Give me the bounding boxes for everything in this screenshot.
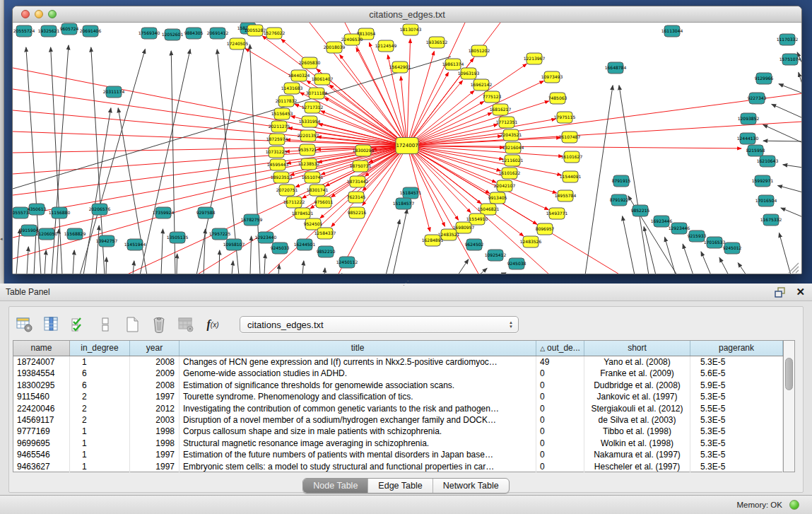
select-all-icon[interactable] xyxy=(69,315,88,334)
black-edge[interactable] xyxy=(133,261,134,274)
network-node[interactable]: 8791915 xyxy=(612,175,631,187)
table-cell[interactable]: Wolkin et al. (1998) xyxy=(584,438,690,449)
network-window-titlebar[interactable]: citations_edges.txt xyxy=(13,6,801,23)
black-edge[interactable] xyxy=(763,124,801,143)
table-cell[interactable]: Embryonic stem cells: a model to study s… xyxy=(180,461,536,472)
network-node[interactable]: 20720751 xyxy=(276,185,298,196)
column-header-name[interactable]: name xyxy=(13,341,70,356)
table-cell[interactable]: 18724007 xyxy=(13,356,70,368)
black-edge[interactable] xyxy=(665,237,676,274)
table-row[interactable]: 1830029562008Estimation of significance … xyxy=(13,380,783,391)
table-cell[interactable]: 2008 xyxy=(130,380,180,391)
black-edge[interactable] xyxy=(83,108,111,274)
network-node[interactable]: 9913405 xyxy=(488,192,507,204)
red-edge[interactable] xyxy=(13,68,407,146)
red-edge[interactable] xyxy=(13,110,407,146)
table-row[interactable]: 1872400712008Changes of HCN gene express… xyxy=(13,356,783,368)
network-node[interactable]: 9297588 xyxy=(196,207,216,218)
table-cell[interactable]: 0 xyxy=(536,426,584,437)
network-node[interactable]: 15751074 xyxy=(779,54,801,65)
network-node[interactable]: 20117832 xyxy=(276,95,298,107)
network-node[interactable]: 18923513 xyxy=(271,172,293,183)
network-node[interactable]: 16244501 xyxy=(294,239,316,250)
network-node[interactable]: 12213967 xyxy=(524,53,546,64)
black-edge[interactable] xyxy=(701,252,711,274)
network-node[interactable]: 18051202 xyxy=(469,45,490,57)
red-edge[interactable] xyxy=(407,146,741,148)
table-cell[interactable]: 2009 xyxy=(130,368,180,379)
table-cell[interactable]: 5.3E-5 xyxy=(690,356,783,368)
black-edge[interactable] xyxy=(500,273,506,274)
table-cell[interactable]: 1 xyxy=(70,438,130,449)
black-edge[interactable] xyxy=(219,250,220,274)
network-node[interactable]: 12116021 xyxy=(502,155,524,166)
black-edge[interactable] xyxy=(623,216,635,274)
black-edge[interactable] xyxy=(232,261,233,274)
table-cell[interactable]: Franke et al. (2009) xyxy=(584,368,690,379)
network-node[interactable]: 10731225 xyxy=(266,146,288,158)
network-node[interactable]: 17712351 xyxy=(496,117,518,128)
table-row[interactable]: 2242004622012Investigating the contribut… xyxy=(13,403,783,414)
network-node[interactable]: 19336512 xyxy=(426,37,448,48)
black-edge[interactable] xyxy=(386,220,400,274)
table-cell[interactable]: 0 xyxy=(536,380,584,391)
network-node[interactable]: 16210643 xyxy=(757,156,779,167)
table-cell[interactable]: 9115460 xyxy=(13,391,70,402)
black-edge[interactable] xyxy=(302,261,304,274)
table-cell[interactable]: Estimation of significance thresholds fo… xyxy=(180,380,536,391)
table-cell[interactable]: Stergiakouli et al. (2012) xyxy=(584,403,690,414)
table-cell[interactable]: 1 xyxy=(70,461,130,472)
red-edge[interactable] xyxy=(407,146,496,182)
table-row[interactable]: 1938455462009Genome-wide association stu… xyxy=(13,368,783,379)
network-node[interactable]: 15331954 xyxy=(299,116,321,127)
network-node[interactable]: 9852216 xyxy=(348,207,367,218)
black-edge[interactable] xyxy=(719,257,729,274)
table-cell[interactable]: Yano et al. (2008) xyxy=(584,356,690,368)
network-node[interactable]: 4350613 xyxy=(28,204,47,215)
black-edge[interactable] xyxy=(778,185,801,192)
table-vertical-scrollbar[interactable] xyxy=(784,340,795,472)
network-node[interactable]: 15184577 xyxy=(393,198,415,209)
red-edge[interactable] xyxy=(13,146,407,259)
network-node[interactable]: 22201357 xyxy=(298,130,319,141)
network-node[interactable]: 22406530 xyxy=(341,34,363,45)
table-cell[interactable]: 1997 xyxy=(130,391,180,402)
table-cell[interactable]: 1 xyxy=(70,356,130,368)
table-cell[interactable]: 1998 xyxy=(130,438,180,449)
table-cell[interactable]: 5.9E-5 xyxy=(690,380,783,391)
network-node[interactable]: 15156453 xyxy=(271,108,293,119)
black-edge[interactable] xyxy=(106,257,107,274)
black-edge[interactable] xyxy=(779,84,801,93)
network-node[interactable]: 12483526 xyxy=(520,236,542,247)
network-node[interactable]: 17569340 xyxy=(139,28,160,39)
table-cell[interactable]: 1 xyxy=(70,426,130,437)
black-edge[interactable] xyxy=(479,268,487,274)
black-edge[interactable] xyxy=(161,229,163,274)
network-node[interactable]: 8215958 xyxy=(746,145,765,156)
network-node[interactable]: 16962142 xyxy=(471,79,493,90)
network-node[interactable]: 9245012 xyxy=(723,243,742,254)
black-edge[interactable] xyxy=(683,244,693,274)
table-cell[interactable]: 2 xyxy=(70,403,130,414)
network-node[interactable]: 12093852 xyxy=(738,113,760,124)
network-node[interactable]: 12052601 xyxy=(162,29,184,40)
float-panel-icon[interactable] xyxy=(775,287,786,298)
network-node[interactable]: 11544091 xyxy=(560,171,582,182)
table-cell[interactable]: 0 xyxy=(536,438,584,449)
table-cell[interactable]: de Silva et al. (2003) xyxy=(584,414,690,426)
network-node[interactable]: 19325621 xyxy=(38,25,60,37)
network-node[interactable]: 9227343 xyxy=(748,93,767,104)
network-node[interactable]: 12444130 xyxy=(737,133,759,144)
network-node[interactable]: 20555724 xyxy=(13,25,35,37)
table-settings-icon[interactable] xyxy=(15,315,35,334)
network-node[interactable]: 16648784 xyxy=(605,62,627,74)
network-node[interactable]: 9535721 xyxy=(298,144,317,156)
red-edge[interactable] xyxy=(13,132,407,146)
network-node[interactable]: 9624502 xyxy=(465,239,484,250)
black-edge[interactable] xyxy=(16,229,20,274)
network-node[interactable]: 20311174 xyxy=(103,86,125,98)
network-node[interactable]: 16284891 xyxy=(422,235,444,246)
network-node[interactable]: 22043521 xyxy=(500,129,522,141)
table-cell[interactable]: 0 xyxy=(536,368,584,379)
network-node[interactable]: 16782759 xyxy=(241,214,263,226)
